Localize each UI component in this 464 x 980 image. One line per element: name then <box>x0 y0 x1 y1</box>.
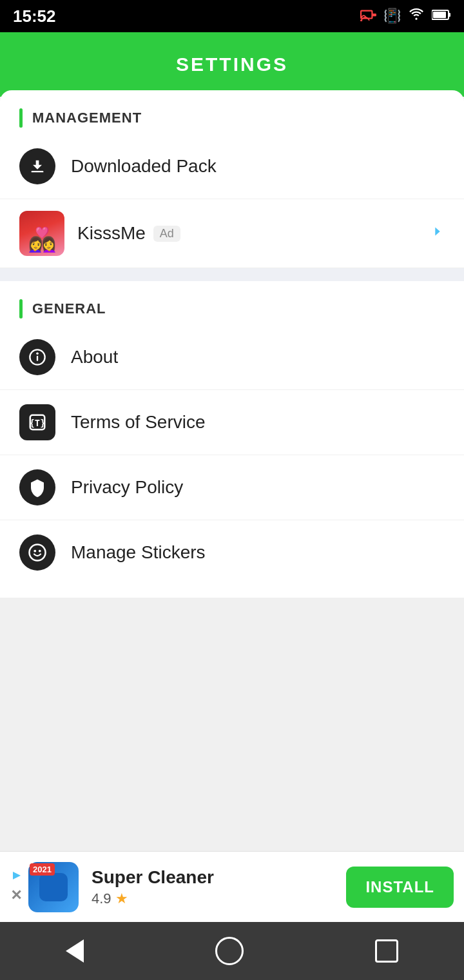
privacy-item[interactable]: Privacy Policy <box>0 455 464 520</box>
rating-value: 4.9 <box>92 890 111 906</box>
home-icon <box>215 937 244 965</box>
svg-rect-4 <box>433 12 446 18</box>
home-button[interactable] <box>215 937 244 965</box>
cast-icon <box>360 7 377 25</box>
time: 15:52 <box>13 6 56 26</box>
star-icon: ★ <box>115 890 128 906</box>
recent-button[interactable] <box>375 939 398 963</box>
ad-banner-close[interactable]: ✕ <box>10 870 22 904</box>
svg-point-13 <box>34 550 36 553</box>
ad-close-icon[interactable]: ✕ <box>10 887 22 904</box>
smiley-icon <box>19 534 55 571</box>
terms-item[interactable]: {T} Terms of Service <box>0 390 464 455</box>
ad-name: KisssMe <box>77 223 146 244</box>
svg-rect-5 <box>449 13 450 17</box>
management-section-label: MANAGEMENT <box>0 90 464 134</box>
shield-icon <box>19 469 55 505</box>
vibrate-icon: 📳 <box>383 8 401 24</box>
privacy-label: Privacy Policy <box>71 477 183 498</box>
svg-rect-2 <box>372 14 376 16</box>
svg-point-14 <box>39 550 41 553</box>
system-nav <box>0 922 464 980</box>
svg-point-8 <box>36 352 39 355</box>
back-button[interactable] <box>66 939 84 963</box>
status-icons: 📳 <box>360 7 451 25</box>
about-label: About <box>71 347 118 368</box>
ad-play-icon <box>10 870 22 885</box>
ad-image <box>19 211 64 256</box>
svg-text:{T}: {T} <box>30 418 46 428</box>
ad-banner-app-icon: 2021 🧹 <box>28 862 79 912</box>
header-title: SETTINGS <box>176 54 288 75</box>
ad-thumbnail <box>19 211 64 256</box>
header: SETTINGS <box>0 32 464 97</box>
install-button[interactable]: INSTALL <box>346 867 454 908</box>
ad-banner: ✕ 2021 🧹 Super Cleaner 4.9 ★ INSTALL <box>0 851 464 922</box>
recent-icon <box>375 939 398 963</box>
downloaded-pack-label: Downloaded Pack <box>71 156 217 177</box>
ad-banner-name: Super Cleaner <box>92 867 346 888</box>
ad-banner-rating: 4.9 ★ <box>92 890 346 907</box>
ad-item[interactable]: KisssMe Ad <box>0 199 464 268</box>
battery-icon <box>432 9 451 24</box>
about-item[interactable]: About <box>0 325 464 390</box>
ad-banner-info: Super Cleaner 4.9 ★ <box>92 867 346 907</box>
terms-label: Terms of Service <box>71 412 206 433</box>
svg-rect-6 <box>32 171 44 172</box>
stickers-label: Manage Stickers <box>71 542 206 563</box>
stickers-item[interactable]: Manage Stickers <box>0 520 464 585</box>
ad-badge: Ad <box>153 226 180 242</box>
svg-rect-9 <box>37 356 38 361</box>
downloaded-pack-item[interactable]: Downloaded Pack <box>0 134 464 199</box>
svg-point-12 <box>30 545 46 561</box>
svg-rect-26 <box>39 873 68 901</box>
terms-icon: {T} <box>19 404 55 440</box>
ad-arrow-icon <box>430 224 445 242</box>
download-icon <box>19 148 55 184</box>
general-section-label: GENERAL <box>0 281 464 325</box>
section-divider <box>0 268 464 281</box>
ad-year-badge: 2021 <box>30 863 55 876</box>
back-icon <box>66 939 84 963</box>
content: MANAGEMENT Downloaded Pack KisssMe Ad GE… <box>0 90 464 598</box>
status-bar: 15:52 📳 <box>0 0 464 32</box>
info-icon <box>19 339 55 375</box>
wifi-icon <box>407 7 425 25</box>
